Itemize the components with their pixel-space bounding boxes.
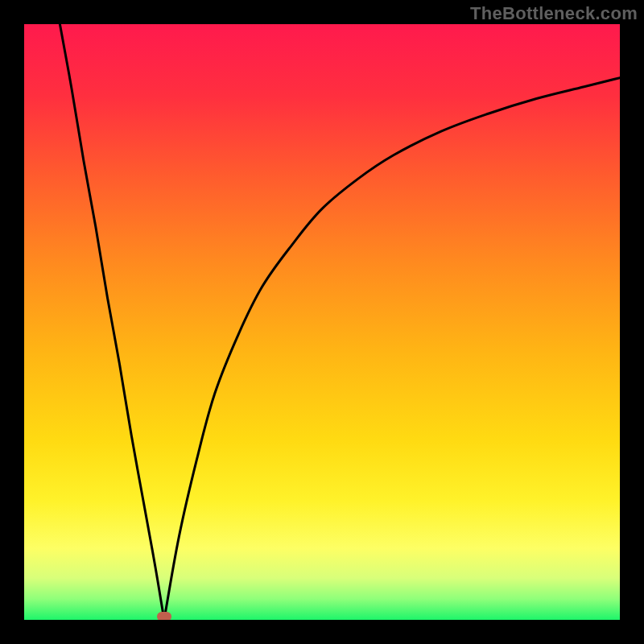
- watermark-text: TheBottleneck.com: [470, 3, 638, 24]
- chart-frame: TheBottleneck.com: [0, 0, 644, 644]
- plot-area: [24, 24, 620, 620]
- bottleneck-curve: [24, 24, 620, 620]
- optimum-marker: [157, 612, 171, 620]
